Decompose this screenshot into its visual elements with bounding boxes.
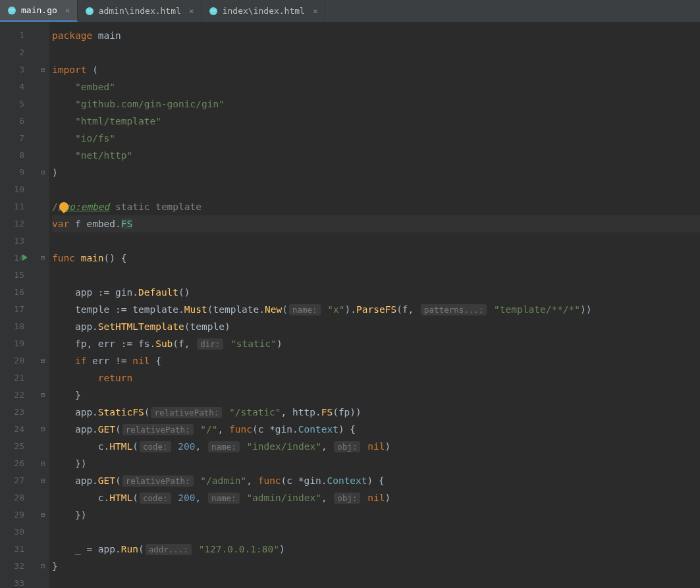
inlay-hint: code: xyxy=(140,441,171,452)
line-number[interactable]: 15 xyxy=(0,267,36,284)
code-line: import ( xyxy=(52,61,700,78)
code-line: c.HTML(code: 200, name: "admin/index", o… xyxy=(52,489,700,506)
line-number[interactable]: 6 xyxy=(0,113,36,130)
fold-marker[interactable]: ⊟ xyxy=(36,61,49,78)
go-html-file-icon xyxy=(208,6,219,16)
line-number[interactable]: 33 xyxy=(0,575,36,588)
code-line: app.StaticFS(relativePath: "/static", ht… xyxy=(52,404,700,421)
line-number[interactable]: 7 xyxy=(0,130,36,147)
inlay-hint: name: xyxy=(289,304,321,315)
line-number[interactable]: 8 xyxy=(0,147,36,164)
tab-label: admin\index.html xyxy=(99,6,181,16)
line-gutter: 1234567891011121314151617181920212223242… xyxy=(0,22,36,588)
fold-marker[interactable]: ⊟ xyxy=(36,506,49,523)
line-number[interactable]: 17 xyxy=(0,301,36,318)
svg-point-10 xyxy=(209,7,217,15)
inlay-hint: dir: xyxy=(197,338,223,350)
line-number[interactable]: 23 xyxy=(0,404,36,421)
code-line: temple := template.Must(template.New(nam… xyxy=(52,301,700,318)
line-number[interactable]: 32 xyxy=(0,558,36,575)
code-line xyxy=(52,181,700,198)
fold-marker[interactable]: ⊟ xyxy=(36,472,49,489)
fold-marker[interactable]: ⊟ xyxy=(36,352,49,369)
code-line xyxy=(52,575,700,588)
line-number[interactable]: 3 xyxy=(0,61,36,78)
code-line xyxy=(52,232,700,250)
line-number[interactable]: 25 xyxy=(0,438,36,455)
fold-marker xyxy=(36,575,49,588)
svg-point-13 xyxy=(211,10,212,11)
fold-marker xyxy=(36,27,49,44)
inlay-hint: relativePath: xyxy=(151,407,222,418)
editor-tabs: main.go × admin\index.html × index\index… xyxy=(0,0,700,22)
svg-point-14 xyxy=(214,10,215,11)
fold-marker[interactable]: ⊟ xyxy=(36,421,49,438)
line-number[interactable]: 14 xyxy=(0,250,36,267)
fold-column: ⊟⊟⊟⊟⊟⊟⊟⊟⊟⊟ xyxy=(36,22,49,588)
tab-index-index[interactable]: index\index.html × xyxy=(202,0,325,22)
fold-marker[interactable]: ⊟ xyxy=(36,558,49,575)
fold-marker xyxy=(36,369,49,387)
tab-label: main.go xyxy=(21,5,57,15)
fold-marker xyxy=(36,541,49,558)
inlay-hint: code: xyxy=(140,493,171,504)
line-number[interactable]: 29 xyxy=(0,506,36,523)
line-number[interactable]: 11 xyxy=(0,198,36,215)
line-number[interactable]: 26 xyxy=(0,455,36,472)
close-icon[interactable]: × xyxy=(61,5,70,15)
line-number[interactable]: 4 xyxy=(0,78,36,95)
line-number[interactable]: 24 xyxy=(0,421,36,438)
line-number[interactable]: 31 xyxy=(0,541,36,558)
code-line: } xyxy=(52,558,700,575)
line-number[interactable]: 1 xyxy=(0,27,36,44)
line-number[interactable]: 27 xyxy=(0,472,36,489)
line-number[interactable]: 19 xyxy=(0,335,36,352)
code-line xyxy=(52,267,700,284)
code-line: c.HTML(code: 200, name: "index/index", o… xyxy=(52,438,700,455)
line-number[interactable]: 16 xyxy=(0,284,36,301)
code-area[interactable]: package main import ( "embed" "github.co… xyxy=(49,22,700,588)
inlay-hint: obj: xyxy=(334,493,360,504)
line-number[interactable]: 20 xyxy=(0,352,36,369)
line-number[interactable]: 21 xyxy=(0,369,36,387)
line-number[interactable]: 10 xyxy=(0,181,36,198)
go-file-icon xyxy=(7,5,17,16)
line-number[interactable]: 22 xyxy=(0,387,36,404)
svg-point-0 xyxy=(8,7,16,14)
fold-marker xyxy=(36,78,49,95)
tab-admin-index[interactable]: admin\index.html × xyxy=(78,0,202,22)
code-line: }) xyxy=(52,455,700,472)
fold-marker xyxy=(36,147,49,164)
close-icon[interactable]: × xyxy=(185,6,194,16)
line-number[interactable]: 12 xyxy=(0,215,36,232)
line-number[interactable]: 28 xyxy=(0,489,36,506)
fold-marker[interactable]: ⊟ xyxy=(36,250,49,267)
inlay-hint: relativePath: xyxy=(122,475,194,487)
fold-marker[interactable]: ⊟ xyxy=(36,164,49,181)
fold-marker xyxy=(36,215,49,232)
code-line: "net/http" xyxy=(52,147,700,164)
code-editor[interactable]: 1234567891011121314151617181920212223242… xyxy=(0,22,700,588)
fold-marker xyxy=(36,232,49,250)
inlay-hint: name: xyxy=(208,441,240,452)
tab-main-go[interactable]: main.go × xyxy=(0,0,78,22)
svg-point-4 xyxy=(13,9,14,10)
line-number[interactable]: 2 xyxy=(0,44,36,61)
fold-marker[interactable]: ⊟ xyxy=(36,455,49,472)
line-number[interactable]: 9 xyxy=(0,164,36,181)
run-gutter-icon[interactable] xyxy=(22,254,28,261)
fold-marker xyxy=(36,181,49,198)
line-number[interactable]: 13 xyxy=(0,232,36,250)
code-line xyxy=(52,44,700,61)
close-icon[interactable]: × xyxy=(309,6,318,16)
fold-marker[interactable]: ⊟ xyxy=(36,387,49,404)
line-number[interactable]: 5 xyxy=(0,95,36,113)
fold-marker xyxy=(36,44,49,61)
code-line: "github.com/gin-gonic/gin" xyxy=(52,95,700,113)
line-number[interactable]: 30 xyxy=(0,523,36,541)
line-number[interactable]: 18 xyxy=(0,318,36,335)
svg-point-9 xyxy=(90,10,91,11)
code-line: app := gin.Default() xyxy=(52,284,700,301)
svg-point-5 xyxy=(86,7,94,15)
fold-marker xyxy=(36,113,49,130)
